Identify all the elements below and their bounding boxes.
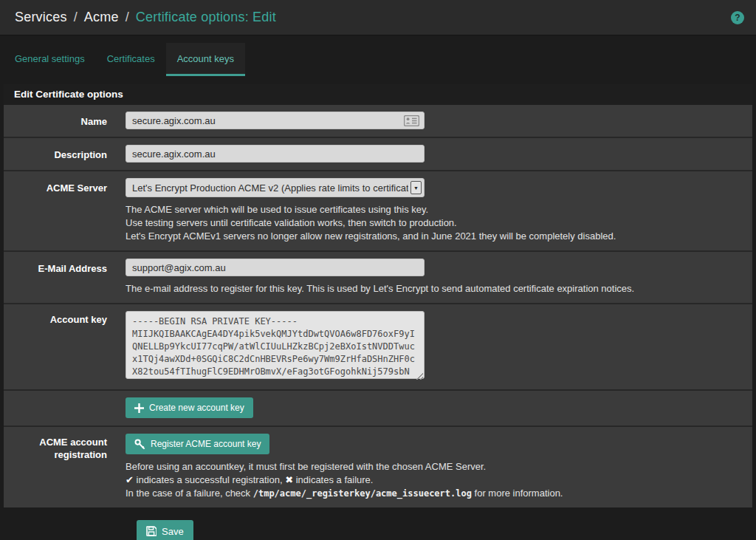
chevron-down-icon: ▼ <box>410 181 422 194</box>
name-input[interactable] <box>126 112 425 129</box>
save-row: Save <box>137 520 756 540</box>
description-input[interactable] <box>126 145 425 163</box>
name-row: Name <box>4 105 752 138</box>
registration-help-line3: In the case of a failure, check /tmp/acm… <box>126 487 727 500</box>
acme-server-label: ACME Server <box>4 178 126 243</box>
breadcrumb-acme[interactable]: Acme <box>84 10 119 24</box>
acme-server-help: The ACME server which will be used to is… <box>126 203 738 243</box>
registration-help-line2: ✔ indicates a successful registration, ✖… <box>126 474 727 487</box>
tab-certificates[interactable]: Certificates <box>96 43 166 76</box>
account-key-textarea[interactable]: -----BEGIN RSA PRIVATE KEY----- MIIJKQIB… <box>126 311 425 379</box>
account-key-row: Account key -----BEGIN RSA PRIVATE KEY--… <box>4 304 752 391</box>
breadcrumb-services[interactable]: Services <box>15 10 67 24</box>
edit-certificate-options-panel: Edit Certificate options Name Descriptio… <box>4 84 752 507</box>
acme-server-select[interactable]: Let's Encrypt Production ACME v2 (Applie… <box>126 178 425 197</box>
panel-title: Edit Certificate options <box>4 84 752 105</box>
breadcrumb-separator: / <box>126 10 129 24</box>
create-new-account-key-button[interactable]: Create new account key <box>126 397 253 418</box>
registration-label: ACME account registration <box>4 434 126 500</box>
account-key-label: Account key <box>4 311 126 382</box>
acme-server-help-line1: The ACME server which will be used to is… <box>126 203 727 216</box>
tab-general-settings[interactable]: General settings <box>4 43 96 76</box>
save-button[interactable]: Save <box>137 520 193 540</box>
breadcrumb: Services/Acme/Certificate options: Edit <box>15 10 276 25</box>
acme-server-row: ACME Server Let's Encrypt Production ACM… <box>4 171 752 252</box>
save-icon <box>146 526 157 536</box>
registration-help: Before using an accountkey, it must firs… <box>126 460 738 500</box>
check-icon: ✔ <box>126 474 134 485</box>
email-row: E-Mail Address The e-mail address to reg… <box>4 252 752 304</box>
register-acme-account-key-button[interactable]: Register ACME account key <box>126 434 269 454</box>
email-help: The e-mail address to register for this … <box>126 282 738 295</box>
breadcrumb-current-page: Certificate options: Edit <box>136 10 276 24</box>
registration-row: ACME account registration Register ACME … <box>4 427 752 507</box>
create-new-account-key-label: Create new account key <box>149 403 244 413</box>
breadcrumb-separator: / <box>74 10 78 24</box>
email-label: E-Mail Address <box>4 259 126 295</box>
log-path-code: /tmp/acme/_registerkey/acme_issuecert.lo… <box>253 488 472 499</box>
email-input[interactable] <box>126 259 425 276</box>
acme-server-help-line3: Let's Encrypt ACMEv1 servers no longer a… <box>126 230 727 243</box>
save-label: Save <box>162 526 184 537</box>
registration-help-line1: Before using an accountkey, it must firs… <box>126 460 727 474</box>
register-acme-account-key-label: Register ACME account key <box>151 439 261 449</box>
help-icon[interactable]: ? <box>731 11 744 24</box>
create-key-row: Create new account key <box>4 391 752 427</box>
plus-icon <box>134 403 144 413</box>
tab-bar: General settings Certificates Account ke… <box>0 43 756 76</box>
top-navbar: Services/Acme/Certificate options: Edit … <box>0 0 756 35</box>
cross-icon: ✖ <box>285 474 293 485</box>
acme-server-help-line2: Use testing servers until certificate va… <box>126 216 727 230</box>
name-label: Name <box>4 112 126 129</box>
tab-account-keys[interactable]: Account keys <box>166 43 245 76</box>
key-icon <box>134 439 145 450</box>
description-label: Description <box>4 145 126 163</box>
description-row: Description <box>4 138 752 171</box>
acme-server-selected-value: Let's Encrypt Production ACME v2 (Applie… <box>132 182 408 194</box>
